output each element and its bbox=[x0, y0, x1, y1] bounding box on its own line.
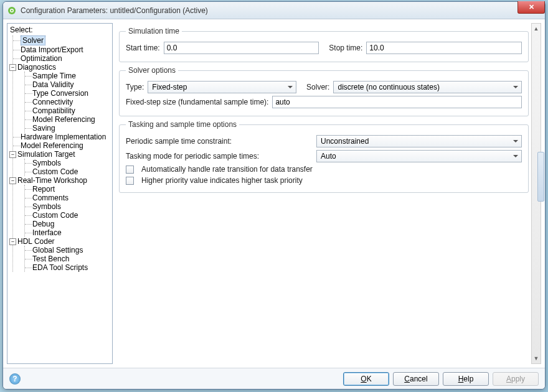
group-tasking: Tasking and sample time options Periodic… bbox=[119, 120, 529, 193]
group-solver-options: Solver options Type: Fixed-step Solver: … bbox=[119, 66, 529, 116]
priority-label: Higher priority value indicates higher t… bbox=[141, 176, 303, 185]
group-legend: Solver options bbox=[126, 66, 178, 75]
collapse-icon[interactable]: − bbox=[9, 238, 16, 245]
type-select[interactable]: Fixed-step bbox=[148, 81, 296, 93]
help-icon[interactable]: ? bbox=[9, 373, 21, 385]
type-label: Type: bbox=[126, 83, 144, 91]
ok-button[interactable]: OK bbox=[343, 372, 389, 386]
tree-item-diagnostics[interactable]: −Diagnostics bbox=[13, 63, 110, 72]
tree-item-custom-code[interactable]: Custom Code bbox=[25, 167, 110, 176]
tree-item-hdl-coder[interactable]: −HDL Coder bbox=[13, 237, 110, 246]
rate-transition-checkbox[interactable] bbox=[126, 166, 134, 174]
svg-point-2 bbox=[11, 9, 13, 11]
content-area: Select: Solver Data Import/Export Optimi… bbox=[3, 19, 545, 368]
tree-heading: Select: bbox=[10, 25, 110, 35]
tree-item-compatibility[interactable]: Compatibility bbox=[25, 106, 110, 115]
group-legend: Simulation time bbox=[126, 27, 182, 35]
group-simulation-time: Simulation time Start time: Stop time: bbox=[119, 27, 529, 62]
scroll-up-icon[interactable]: ▲ bbox=[532, 24, 541, 34]
collapse-icon[interactable]: − bbox=[9, 177, 16, 184]
tree-item-sim-target[interactable]: −Simulation Target bbox=[13, 150, 110, 159]
solver-label: Solver: bbox=[306, 83, 329, 91]
tree-item-sample-time[interactable]: Sample Time bbox=[25, 72, 110, 80]
tasking-mode-select[interactable]: Auto bbox=[316, 150, 522, 162]
window-title: Configuration Parameters: untitled/Confi… bbox=[21, 6, 208, 15]
tree-item-connectivity[interactable]: Connectivity bbox=[25, 98, 110, 106]
right-panel: Simulation time Start time: Stop time: S… bbox=[116, 23, 541, 364]
tree-item-test-bench[interactable]: Test Bench bbox=[25, 254, 110, 263]
tree-item-interface[interactable]: Interface bbox=[25, 228, 110, 237]
collapse-icon[interactable]: − bbox=[9, 151, 16, 158]
rate-transition-label: Automatically handle rate transition for… bbox=[141, 165, 313, 174]
tree-item-saving[interactable]: Saving bbox=[25, 124, 110, 133]
app-icon bbox=[7, 6, 17, 16]
start-time-label: Start time: bbox=[126, 44, 160, 52]
periodic-constraint-select[interactable]: Unconstrained bbox=[316, 135, 522, 147]
navigation-tree[interactable]: Select: Solver Data Import/Export Optimi… bbox=[7, 23, 113, 364]
stop-time-label: Stop time: bbox=[329, 44, 362, 52]
form-area: Simulation time Start time: Stop time: S… bbox=[116, 23, 531, 364]
tree-item-comments[interactable]: Comments bbox=[25, 194, 110, 202]
tree-item-debug[interactable]: Debug bbox=[25, 220, 110, 228]
tree-item-type-conversion[interactable]: Type Conversion bbox=[25, 89, 110, 98]
help-button[interactable]: Help bbox=[443, 372, 489, 386]
close-icon: ✕ bbox=[529, 3, 534, 11]
tree-item-model-ref-diag[interactable]: Model Referencing bbox=[25, 115, 110, 124]
tree-item-global-settings[interactable]: Global Settings bbox=[25, 246, 110, 254]
dialog-footer: ? OK Cancel Help Apply bbox=[3, 368, 545, 389]
tree-item-optimization[interactable]: Optimization bbox=[13, 54, 110, 63]
apply-button[interactable]: Apply bbox=[493, 372, 539, 386]
titlebar[interactable]: Configuration Parameters: untitled/Confi… bbox=[3, 2, 545, 19]
vertical-scrollbar[interactable]: ▲ ▼ bbox=[531, 23, 541, 364]
tree-item-report[interactable]: Report bbox=[25, 185, 110, 194]
tree-item-data-import[interactable]: Data Import/Export bbox=[13, 45, 110, 54]
group-legend: Tasking and sample time options bbox=[126, 120, 239, 129]
tree-item-rtw-symbols[interactable]: Symbols bbox=[25, 202, 110, 211]
fixed-step-label: Fixed-step size (fundamental sample time… bbox=[126, 98, 268, 106]
start-time-input[interactable] bbox=[164, 42, 319, 54]
stop-time-input[interactable] bbox=[366, 42, 522, 54]
solver-select[interactable]: discrete (no continuous states) bbox=[333, 81, 522, 93]
tree-item-hardware[interactable]: Hardware Implementation bbox=[13, 133, 110, 141]
scroll-down-icon[interactable]: ▼ bbox=[532, 353, 541, 363]
cancel-button[interactable]: Cancel bbox=[393, 372, 439, 386]
tree-item-rtw[interactable]: −Real-Time Workshop bbox=[13, 176, 110, 185]
tasking-mode-label: Tasking mode for periodic sample times: bbox=[126, 152, 313, 161]
fixed-step-input[interactable] bbox=[272, 96, 522, 108]
tree-item-solver[interactable]: Solver bbox=[13, 35, 110, 45]
tree-item-data-validity[interactable]: Data Validity bbox=[25, 80, 110, 89]
tree-item-eda-tool[interactable]: EDA Tool Scripts bbox=[25, 263, 110, 272]
dialog-window: Configuration Parameters: untitled/Confi… bbox=[2, 1, 546, 390]
periodic-constraint-label: Periodic sample time constraint: bbox=[126, 137, 313, 146]
scroll-thumb[interactable] bbox=[537, 152, 544, 202]
tree-item-rtw-custom-code[interactable]: Custom Code bbox=[25, 211, 110, 220]
tree-item-model-ref[interactable]: Model Referencing bbox=[13, 141, 110, 150]
close-button[interactable]: ✕ bbox=[517, 1, 545, 14]
tree-item-symbols[interactable]: Symbols bbox=[25, 159, 110, 167]
priority-checkbox[interactable] bbox=[126, 177, 134, 185]
collapse-icon[interactable]: − bbox=[9, 64, 16, 71]
